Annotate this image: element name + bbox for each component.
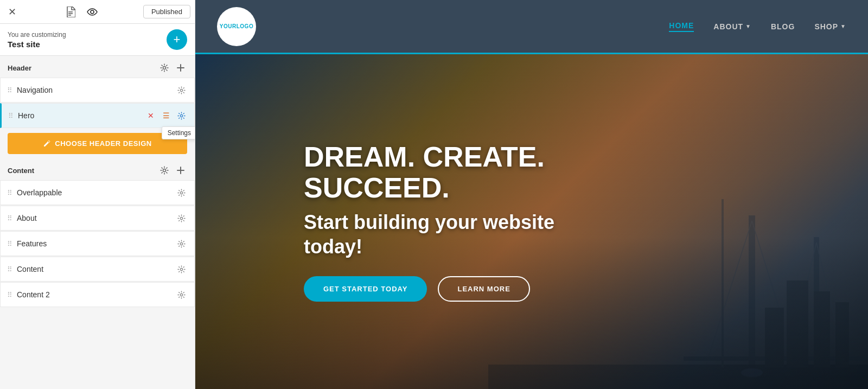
eye-icon <box>87 8 98 16</box>
hero-subtitle: Start building your website today! <box>304 210 575 259</box>
sidebar-item-about[interactable]: ⠿ About <box>0 206 195 231</box>
overlappable-settings-btn[interactable] <box>175 186 188 199</box>
svg-point-8 <box>180 114 182 117</box>
preview-header: YOURLOGO HOME ABOUT ▼ BLOG SHOP ▼ <box>195 0 868 54</box>
preview-icon-button[interactable] <box>82 2 102 22</box>
navigation-actions <box>175 84 188 97</box>
content-add-icon[interactable] <box>174 164 187 177</box>
header-section-header: Header <box>0 56 195 78</box>
content-section-actions <box>158 164 187 177</box>
topbar-icons <box>24 2 139 22</box>
svg-point-3 <box>91 10 94 14</box>
page-icon <box>66 7 75 17</box>
sidebar-item-content2[interactable]: ⠿ Content 2 <box>0 282 195 307</box>
drag-handle-content2: ⠿ <box>7 291 12 299</box>
hero-title: DREAM. CREATE. SUCCEED. <box>304 142 575 203</box>
hero-label: Hero <box>18 111 144 120</box>
sidebar-topbar: ✕ Published <box>0 0 195 24</box>
features-settings-btn[interactable] <box>175 237 188 250</box>
logo: YOURLOGO <box>217 7 256 46</box>
page-icon-button[interactable] <box>61 2 80 22</box>
svg-point-14 <box>180 243 182 245</box>
content-settings-btn[interactable] <box>175 263 188 276</box>
pencil-icon <box>43 140 50 148</box>
close-button[interactable]: ✕ <box>4 4 20 20</box>
hero-section: DREAM. CREATE. SUCCEED. Start building y… <box>195 54 868 389</box>
sidebar: ✕ Published You are <box>0 0 195 389</box>
drag-handle-about: ⠿ <box>7 214 12 222</box>
svg-point-9 <box>163 169 166 172</box>
shop-dropdown-icon: ▼ <box>840 23 846 29</box>
sidebar-item-hero[interactable]: ⠿ Hero ✕ ☰ Settings <box>0 103 195 128</box>
nav-links: HOME ABOUT ▼ BLOG SHOP ▼ <box>669 21 846 32</box>
sidebar-item-content[interactable]: ⠿ Content <box>0 257 195 282</box>
features-actions <box>175 237 188 250</box>
sidebar-item-overlappable[interactable]: ⠿ Overlappable <box>0 180 195 205</box>
settings-tooltip: Settings <box>162 126 195 139</box>
hero-settings-btn[interactable] <box>175 109 188 122</box>
svg-point-7 <box>180 89 182 91</box>
preview-area: YOURLOGO HOME ABOUT ▼ BLOG SHOP ▼ <box>195 0 868 389</box>
drag-handle-features: ⠿ <box>7 240 12 248</box>
hero-actions: ✕ ☰ <box>144 109 188 122</box>
nav-about[interactable]: ABOUT ▼ <box>713 22 751 31</box>
content-label: Content <box>17 265 175 273</box>
about-actions <box>175 212 188 225</box>
customizing-bar: You are customizing Test site + <box>0 24 195 56</box>
svg-point-15 <box>180 268 182 270</box>
about-dropdown-icon: ▼ <box>745 23 751 29</box>
sidebar-item-features[interactable]: ⠿ Features <box>0 231 195 256</box>
hero-delete-btn[interactable]: ✕ <box>144 109 157 122</box>
customizing-info: You are customizing Test site <box>8 31 66 49</box>
sidebar-item-navigation[interactable]: ⠿ Navigation <box>0 78 195 103</box>
content-settings-icon[interactable] <box>158 164 171 177</box>
overlappable-actions <box>175 186 188 199</box>
svg-point-16 <box>180 294 182 296</box>
published-button[interactable]: Published <box>143 5 190 18</box>
drag-handle-overlappable: ⠿ <box>7 189 12 197</box>
features-label: Features <box>17 239 175 248</box>
header-settings-icon[interactable] <box>158 61 171 74</box>
learn-more-button[interactable]: LEARN MORE <box>438 276 529 302</box>
content2-settings-btn[interactable] <box>175 288 188 301</box>
hero-content: DREAM. CREATE. SUCCEED. Start building y… <box>195 142 575 302</box>
nav-home[interactable]: HOME <box>669 21 694 32</box>
svg-point-13 <box>180 217 182 219</box>
drag-handle-navigation: ⠿ <box>7 86 12 94</box>
get-started-button[interactable]: GET STARTED TODAY <box>304 276 427 302</box>
content-section-title: Content <box>8 167 34 175</box>
add-button[interactable]: + <box>167 29 187 50</box>
svg-point-12 <box>180 192 182 194</box>
customizing-label: You are customizing <box>8 31 66 39</box>
content2-label: Content 2 <box>17 290 175 299</box>
about-settings-btn[interactable] <box>175 212 188 225</box>
choose-header-design-button[interactable]: CHOOSE HEADER DESIGN <box>8 133 187 154</box>
svg-point-4 <box>163 67 166 69</box>
drag-handle-content: ⠿ <box>7 265 12 273</box>
nav-blog[interactable]: BLOG <box>771 22 795 31</box>
about-label: About <box>17 214 175 222</box>
hero-buttons: GET STARTED TODAY LEARN MORE <box>304 276 575 302</box>
hero-reorder-btn[interactable]: ☰ <box>159 109 173 122</box>
drag-handle-hero: ⠿ <box>8 112 14 120</box>
content2-actions <box>175 288 188 301</box>
navigation-settings-btn[interactable] <box>175 84 188 97</box>
navigation-label: Navigation <box>17 86 175 94</box>
overlappable-label: Overlappable <box>17 188 175 197</box>
header-section-title: Header <box>8 64 31 72</box>
content-actions <box>175 263 188 276</box>
nav-shop[interactable]: SHOP ▼ <box>814 22 846 31</box>
content-section-header: Content <box>0 158 195 180</box>
header-add-icon[interactable] <box>174 61 187 74</box>
header-section-actions <box>158 61 187 74</box>
site-name: Test site <box>8 40 66 49</box>
